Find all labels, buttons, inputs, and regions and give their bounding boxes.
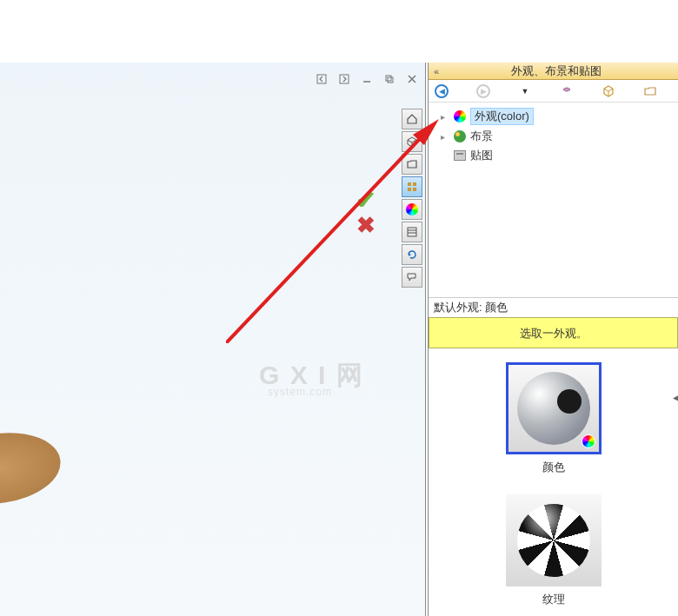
svg-rect-3 bbox=[386, 76, 391, 81]
svg-rect-4 bbox=[388, 77, 393, 83]
preview-item-color[interactable]: 颜色 bbox=[506, 362, 602, 475]
color-ball-icon bbox=[453, 109, 467, 123]
resize-handle[interactable]: ◀▶ bbox=[673, 393, 678, 403]
watermark-text: G X I 网 bbox=[259, 358, 364, 394]
color-thumbnail[interactable] bbox=[506, 362, 602, 454]
nav-dropdown-icon[interactable]: ▼ bbox=[517, 83, 533, 99]
scene-icon bbox=[453, 129, 467, 143]
preview-item-texture[interactable]: 纹理 bbox=[506, 494, 602, 607]
svg-rect-10 bbox=[413, 188, 416, 191]
taskpane-panel: « 外观、布景和贴图 ◀ ▶ ▼ ▸ 外观(color) ▸ 布景 贴图 默认外… bbox=[428, 63, 678, 616]
nav-folder-button[interactable] bbox=[642, 83, 658, 99]
model-geometry[interactable] bbox=[0, 426, 65, 512]
graphics-viewport[interactable]: ✔ ✖ G X I 网 system.com bbox=[0, 63, 426, 616]
appearances-tab[interactable] bbox=[402, 199, 422, 220]
minimize-button[interactable] bbox=[359, 73, 375, 85]
next-view-button[interactable] bbox=[336, 73, 352, 85]
appearance-tree: ▸ 外观(color) ▸ 布景 贴图 bbox=[429, 103, 678, 297]
nav-toolbar: ◀ ▶ ▼ bbox=[429, 80, 678, 103]
refresh-tab[interactable] bbox=[402, 244, 422, 265]
properties-tab[interactable] bbox=[402, 222, 422, 242]
tree-item-scene[interactable]: ▸ 布景 bbox=[434, 127, 673, 146]
close-button[interactable] bbox=[404, 73, 420, 85]
tree-label-decal: 贴图 bbox=[470, 148, 493, 163]
view-palette-tab[interactable] bbox=[402, 176, 422, 197]
color-badge-icon bbox=[582, 434, 595, 448]
preview-label-texture: 纹理 bbox=[506, 592, 602, 607]
taskpane-tabs bbox=[402, 109, 424, 288]
home-tab[interactable] bbox=[402, 109, 422, 129]
taskpane-header: « 外观、布景和贴图 bbox=[429, 63, 678, 80]
forum-tab[interactable] bbox=[402, 267, 422, 288]
svg-rect-7 bbox=[408, 182, 411, 186]
maximize-button[interactable] bbox=[382, 73, 397, 85]
nav-back-button[interactable]: ◀ bbox=[434, 83, 449, 99]
preview-label-color: 颜色 bbox=[506, 460, 602, 475]
file-explorer-tab[interactable] bbox=[402, 154, 422, 175]
chevron-right-icon[interactable]: ▸ bbox=[441, 112, 449, 122]
decal-icon bbox=[453, 149, 467, 162]
chevron-right-icon[interactable]: ▸ bbox=[441, 132, 449, 142]
svg-rect-0 bbox=[317, 75, 326, 83]
default-appearance-label: 默认外观: 颜色 bbox=[429, 297, 678, 317]
svg-rect-8 bbox=[413, 182, 416, 186]
svg-marker-14 bbox=[409, 253, 411, 256]
svg-rect-9 bbox=[408, 188, 411, 191]
texture-thumbnail[interactable] bbox=[506, 494, 602, 586]
preview-grid: 颜色 纹理 bbox=[429, 348, 678, 616]
tree-item-appearance[interactable]: ▸ 外观(color) bbox=[434, 106, 673, 127]
nav-filter-button[interactable] bbox=[559, 83, 575, 99]
design-library-tab[interactable] bbox=[402, 131, 422, 152]
watermark-subtext: system.com bbox=[268, 386, 332, 398]
svg-rect-11 bbox=[408, 228, 416, 236]
taskpane-title: 外观、布景和贴图 bbox=[439, 63, 673, 79]
cancel-icon[interactable]: ✖ bbox=[356, 212, 376, 239]
svg-rect-1 bbox=[340, 75, 349, 83]
nav-cube-button[interactable] bbox=[601, 83, 616, 99]
appearance-prompt: 选取一外观。 bbox=[429, 317, 678, 348]
prev-view-button[interactable] bbox=[314, 73, 329, 85]
window-controls bbox=[314, 73, 420, 85]
tree-label-appearance: 外观(color) bbox=[470, 108, 534, 125]
tree-item-decal[interactable]: 贴图 bbox=[434, 146, 673, 165]
nav-forward-button[interactable]: ▶ bbox=[475, 83, 491, 99]
accept-icon[interactable]: ✔ bbox=[356, 186, 376, 215]
tree-label-scene: 布景 bbox=[470, 129, 493, 144]
